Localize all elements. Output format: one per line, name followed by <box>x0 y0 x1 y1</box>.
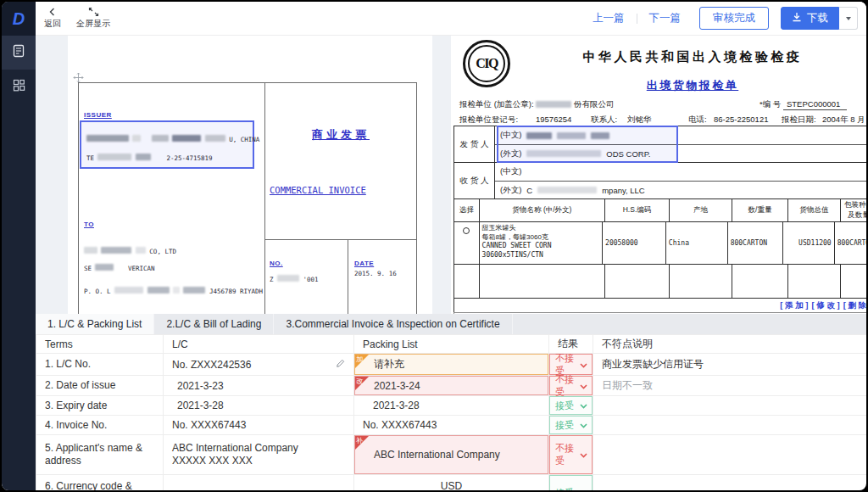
contact-label: 联系人: <box>591 115 617 126</box>
discrepancy-note-cell[interactable] <box>593 435 868 474</box>
nav-divider <box>637 14 637 24</box>
lc-value-cell: No. ZXXX242536 <box>164 354 353 375</box>
goods-origin: China <box>666 222 728 264</box>
issuer-line1: U, CHINA <box>86 130 252 145</box>
invoice-divider <box>264 82 265 314</box>
consignee-en: (外文) C mpany, LLC <box>495 181 868 198</box>
result-dropdown[interactable]: 接受 <box>549 416 593 434</box>
result-dropdown[interactable]: 不接受 <box>549 354 593 375</box>
next-doc-link[interactable]: 下一篇 <box>649 11 682 25</box>
lc-value-cell: No. XXXX67443 <box>164 416 353 434</box>
term-cell: 6. Currency code & amount <box>36 475 164 492</box>
tab-invoice-inspection[interactable]: 3.Commercial Invoice & Inspection on Cer… <box>274 314 512 334</box>
ciq-logo: CIQ <box>463 40 510 87</box>
back-chevron-icon <box>47 7 58 17</box>
goods-radio[interactable] <box>463 227 470 234</box>
goods-empty-row <box>453 264 868 298</box>
prev-doc-link[interactable]: 上一篇 <box>593 11 625 25</box>
download-dropdown-button[interactable] <box>839 7 858 30</box>
add-link: [ 添 加 ] <box>780 300 808 311</box>
invoice-date-label: DATE <box>354 260 374 267</box>
app-logo: D <box>2 2 36 36</box>
caret-down-icon <box>846 17 851 20</box>
grid-icon <box>13 79 25 95</box>
sidebar-item-apps[interactable] <box>2 70 36 103</box>
consignor-label: 发 货 人 <box>454 126 495 162</box>
document-icon <box>12 44 25 61</box>
term-cell: 2. Date of issue <box>36 376 164 396</box>
contact-value: 刘铭华 <box>627 115 652 126</box>
packing-list-cell: 2021-3-28 <box>354 396 548 415</box>
insp-date-value: 2004年 8 月 20 日 <box>822 115 868 126</box>
download-label: 下载 <box>807 11 828 25</box>
reg-value: 19576254 <box>536 115 571 124</box>
discrepancy-note-cell[interactable]: 商业发票缺少信用证号 <box>593 354 868 375</box>
tab-lc-packing-list[interactable]: 1. L/C & Packing List <box>36 314 154 334</box>
comparison-table: Terms L/C Packing List 结果 不符点说明 1. L/C N… <box>36 334 868 492</box>
main-area: 返回 全屏显示 上一篇 下一篇 审核完成 <box>36 2 868 490</box>
invoice-title-en: COMMERCIAL INVOICE <box>270 185 366 195</box>
term-cell: 3. Expiry date <box>36 396 164 416</box>
review-complete-button[interactable]: 审核完成 <box>699 7 769 30</box>
download-icon <box>792 12 802 25</box>
back-label: 返回 <box>44 18 61 30</box>
result-dropdown[interactable]: 不接受 <box>549 376 593 395</box>
chevron-down-icon <box>580 450 587 460</box>
discrepancy-note-cell[interactable] <box>593 396 868 415</box>
badge-add-icon: 加 <box>355 355 369 368</box>
chevron-down-icon <box>580 488 587 492</box>
table-row: 4. Invoice No. No. XXXX67443 No. XXXX674… <box>36 416 868 435</box>
lc-value-cell: ABC International Company XXXXX XXX XXX <box>164 435 353 474</box>
app-window: D 返回 <box>0 0 868 492</box>
goods-total-value: USD11200 <box>783 222 835 264</box>
chevron-down-icon <box>580 381 587 391</box>
invoice-vline2 <box>348 239 348 314</box>
reg-label: 报检单位登记号: <box>459 115 518 126</box>
badge-modify-icon: 改 <box>355 377 369 390</box>
serial-row: *编 号 STEPC000001 <box>760 99 847 110</box>
table-row: 1. L/C No. No. ZXXX242536 加 请补充 <box>36 354 868 376</box>
table-row: 2. Date of issue 2021-3-23 改 2021-3-24 不… <box>36 376 868 396</box>
result-dropdown[interactable]: 接受 <box>549 475 593 492</box>
insp-date-label: 报检日期: <box>782 115 816 126</box>
discrepancy-note-cell[interactable] <box>593 416 868 434</box>
goods-quantity: 800CARTON <box>728 222 783 264</box>
goods-action-links: [ 添 加 ] [ 修 改 ] [ 删 除 ] <box>453 298 868 312</box>
col-result: 结果 <box>549 335 593 354</box>
tab-lc-bill-of-lading[interactable]: 2.L/C & Bill of Lading <box>154 314 274 334</box>
table-header-row: Terms L/C Packing List 结果 不符点说明 <box>36 335 868 354</box>
col-terms: Terms <box>36 335 164 354</box>
download-button[interactable]: 下载 <box>781 7 839 30</box>
to-label: TO <box>84 221 94 228</box>
goods-package: 800CARTON <box>835 222 868 264</box>
invoice-date-value: 2015. 9. 16 <box>354 270 397 277</box>
form-subtitle: 出境货物报检单 <box>527 78 858 93</box>
to-line1: CO, LTD <box>84 242 176 257</box>
sidebar: D <box>2 2 36 490</box>
edit-pencil-icon[interactable] <box>336 359 345 371</box>
unit-row: 报检单位 (加盖公章): 份有限公司 <box>459 99 614 110</box>
packing-list-cell: No. XXXX67443 <box>354 416 548 434</box>
goods-hs-code: 20058000 <box>603 222 666 264</box>
result-dropdown[interactable]: 不接受 <box>549 435 593 474</box>
discrepancy-note-cell[interactable]: 日期不一致 <box>593 376 868 395</box>
table-row: 3. Expiry date 2021-3-28 2021-3-28 接受 <box>36 396 868 416</box>
chevron-down-icon <box>580 360 587 370</box>
fullscreen-button[interactable]: 全屏显示 <box>76 7 110 30</box>
goods-header-row: 选择 货物名称 (中/外文) H.S.编码 产地 数/重量 货物总值 包装种类及… <box>453 198 868 221</box>
back-button[interactable]: 返回 <box>44 7 61 30</box>
fullscreen-label: 全屏显示 <box>76 18 110 30</box>
sidebar-item-documents[interactable] <box>2 36 36 70</box>
topbar: 返回 全屏显示 上一篇 下一篇 审核完成 <box>36 2 868 36</box>
col-lc: L/C <box>164 335 354 354</box>
form-table: 发 货 人 (中文) (外文) ODS CORP. <box>453 126 868 314</box>
consignor-row: 发 货 人 (中文) (外文) ODS CORP. <box>453 126 868 162</box>
col-packing-list: Packing List <box>354 335 549 354</box>
consignor-highlight-box[interactable] <box>497 126 678 163</box>
invoice-hline <box>264 239 417 240</box>
chevron-down-icon <box>580 420 587 430</box>
result-dropdown[interactable]: 接受 <box>549 396 593 415</box>
form-title: 中华人民共和国出入境检验检疫 <box>527 49 858 65</box>
goods-data-row: 甜玉米罐头 每箱8罐，每罐3060克 CANNED SWEET CORN 306… <box>453 221 868 264</box>
discrepancy-note-cell[interactable] <box>593 475 868 492</box>
